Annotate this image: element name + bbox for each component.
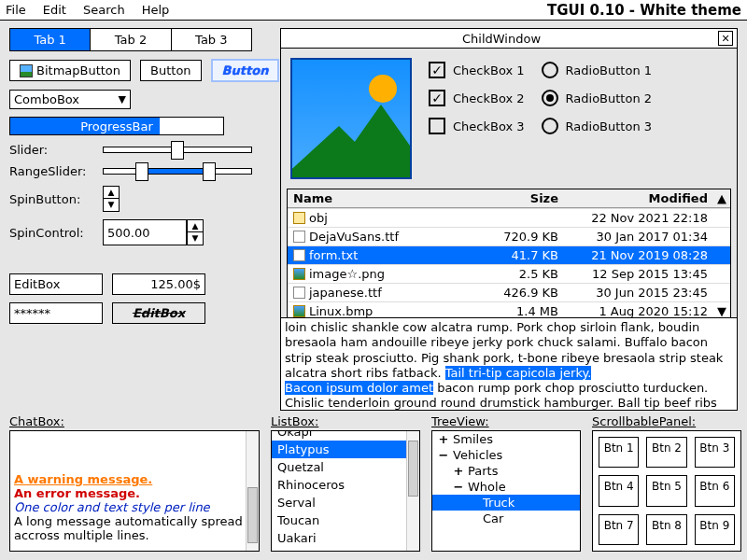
child-window: ChildWindow ✕ ✓CheckBox 1 ✓CheckBox 2 Ch…	[280, 28, 738, 328]
tree-node[interactable]: Car	[432, 511, 580, 526]
range-label: RangeSlider:	[9, 164, 93, 178]
slider[interactable]	[103, 147, 252, 153]
spinctrl-down-icon[interactable]: ▼	[188, 232, 203, 245]
combobox-value: ComboBox	[14, 92, 79, 106]
textarea-selection2: Bacon ipsum dolor amet	[285, 381, 433, 395]
panel-button[interactable]: Btn 4	[599, 475, 639, 506]
radio-3[interactable]	[542, 118, 558, 134]
textarea[interactable]: loin chislic shankle cow alcatra rump. P…	[280, 317, 738, 411]
folder-icon	[293, 212, 305, 224]
editbox-money[interactable]	[112, 273, 205, 295]
checkbox-3[interactable]	[429, 118, 445, 134]
spinctrl-up-icon[interactable]: ▲	[188, 220, 203, 232]
menu-file[interactable]: File	[6, 3, 26, 17]
tab-bar: Tab 1 Tab 2 Tab 3	[9, 28, 252, 51]
file-modified: 21 Nov 2019 08:28	[564, 246, 713, 264]
tab-2[interactable]: Tab 2	[91, 29, 171, 50]
bitmap-button[interactable]: BitmapButton	[9, 60, 131, 81]
editbox-disabled	[112, 302, 205, 324]
scroll-down-icon[interactable]	[713, 246, 730, 264]
treeview[interactable]: +Smiles−Vehicles+Parts−WholeTruckCar	[431, 430, 581, 552]
file-row[interactable]: obj22 Nov 2021 22:18	[288, 208, 730, 227]
tree-node[interactable]: +Parts	[432, 463, 580, 479]
file-row[interactable]: japanese.ttf426.9 KB30 Jun 2015 23:45	[288, 283, 730, 301]
spincontrol-label: SpinControl:	[9, 226, 93, 240]
slider-thumb[interactable]	[171, 141, 184, 160]
combobox[interactable]: ComboBox ▼	[9, 90, 131, 109]
list-item[interactable]: Uakari	[272, 529, 419, 547]
file-size: 41.7 KB	[489, 246, 564, 264]
list-item[interactable]: Quetzal	[272, 458, 419, 476]
spin-button[interactable]: ▲▼	[103, 186, 120, 212]
col-size[interactable]: Size	[489, 189, 564, 207]
menu-help[interactable]: Help	[142, 3, 170, 17]
panel-button[interactable]: Btn 3	[695, 437, 735, 468]
list-item[interactable]: Rhinoceros	[272, 476, 419, 494]
tree-node-label: Truck	[483, 496, 514, 510]
checkbox-1-label: CheckBox 1	[453, 63, 525, 77]
list-item[interactable]: Okapi	[272, 430, 419, 441]
tree-node[interactable]: Truck	[432, 495, 580, 511]
spin-control[interactable]: ▲▼	[103, 219, 204, 245]
spin-up-icon[interactable]: ▲	[104, 187, 119, 199]
tree-node[interactable]: −Whole	[432, 479, 580, 495]
panel-button[interactable]: Btn 9	[695, 514, 735, 545]
file-size: 426.9 KB	[489, 284, 564, 301]
expand-icon[interactable]: +	[453, 464, 464, 478]
plain-button[interactable]: Button	[140, 60, 202, 81]
file-row[interactable]: image☆.png2.5 KB12 Sep 2015 13:45	[288, 264, 730, 283]
radio-1[interactable]	[542, 62, 558, 78]
panel-button[interactable]: Btn 5	[646, 475, 686, 506]
styled-button[interactable]: Button	[211, 59, 280, 82]
spin-control-input[interactable]	[103, 219, 187, 245]
chatbox[interactable]: A warning message. An error message. One…	[9, 430, 260, 552]
tree-node-label: Car	[483, 511, 503, 525]
menu-search[interactable]: Search	[83, 3, 125, 17]
panel-button[interactable]: Btn 8	[646, 514, 686, 545]
tree-node[interactable]: +Smiles	[432, 431, 580, 447]
col-modified[interactable]: Modified	[564, 189, 713, 207]
range-thumb-low[interactable]	[135, 162, 148, 181]
file-size	[489, 209, 564, 227]
checkbox-2[interactable]: ✓	[429, 90, 445, 106]
checkbox-1[interactable]: ✓	[429, 62, 445, 78]
tab-1[interactable]: Tab 1	[10, 29, 91, 50]
scroll-down-icon[interactable]	[713, 228, 730, 245]
panel-button[interactable]: Btn 6	[695, 475, 735, 506]
panel-button[interactable]: Btn 7	[599, 514, 639, 545]
scroll-down-icon[interactable]	[713, 265, 730, 283]
expand-icon[interactable]: +	[438, 432, 449, 446]
expand-icon[interactable]: −	[438, 448, 449, 462]
tab-3[interactable]: Tab 3	[172, 29, 251, 50]
scroll-down-icon[interactable]	[713, 209, 730, 227]
scroll-up-icon[interactable]: ▲	[713, 189, 730, 207]
panel-button[interactable]: Btn 2	[646, 437, 686, 468]
expand-icon[interactable]: −	[453, 480, 464, 494]
tree-node[interactable]: −Vehicles	[432, 447, 580, 463]
range-slider[interactable]	[103, 168, 252, 175]
list-item[interactable]: Platypus	[272, 441, 419, 458]
file-row[interactable]: form.txt41.7 KB21 Nov 2019 08:28	[288, 245, 730, 264]
chat-error: An error message.	[14, 486, 255, 500]
range-thumb-high[interactable]	[203, 162, 216, 181]
list-item[interactable]: Serval	[272, 494, 419, 511]
menu-edit[interactable]: Edit	[43, 3, 66, 17]
col-name[interactable]: Name	[288, 189, 489, 207]
file-modified: 22 Nov 2021 22:18	[564, 209, 713, 227]
scroll-down-icon[interactable]	[713, 284, 730, 301]
editbox-password[interactable]	[9, 302, 103, 324]
panel-button[interactable]: Btn 1	[599, 437, 639, 468]
list-item[interactable]: Toucan	[272, 511, 419, 529]
scrollpanel-label: ScrollbablePanel:	[592, 414, 741, 428]
listbox-label: ListBox:	[271, 414, 420, 428]
radio-2[interactable]	[542, 90, 558, 106]
spin-down-icon[interactable]: ▼	[104, 199, 119, 211]
file-name: DejaVuSans.ttf	[309, 230, 399, 244]
file-modified: 30 Jan 2017 01:34	[564, 228, 713, 245]
file-listview[interactable]: Name Size Modified ▲ obj22 Nov 2021 22:1…	[287, 189, 731, 321]
close-icon[interactable]: ✕	[718, 31, 733, 46]
editbox[interactable]	[9, 273, 103, 295]
scrollable-panel[interactable]: Btn 1Btn 2Btn 3Btn 4Btn 5Btn 6Btn 7Btn 8…	[592, 430, 741, 552]
listbox[interactable]: OkapiPlatypusQuetzalRhinocerosServalTouc…	[271, 430, 420, 552]
file-row[interactable]: DejaVuSans.ttf720.9 KB30 Jan 2017 01:34	[288, 227, 730, 245]
